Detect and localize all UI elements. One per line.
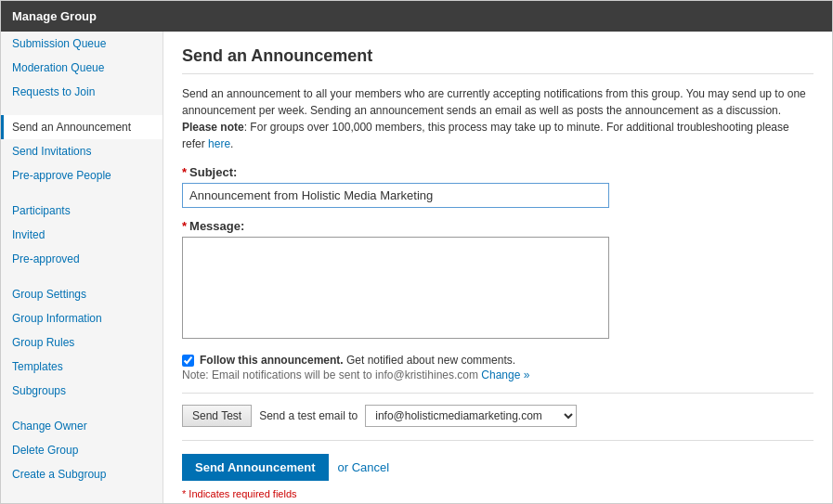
sidebar-divider-3: [1, 271, 163, 282]
sidebar-item-requests-to-join[interactable]: Requests to Join: [1, 80, 163, 104]
sidebar-item-group-rules[interactable]: Group Rules: [1, 330, 163, 355]
subject-label: *Subject:: [182, 165, 813, 179]
sidebar: Submission Queue Moderation Queue Reques…: [1, 32, 163, 503]
test-label: Send a test email to: [259, 409, 358, 422]
sidebar-item-change-owner[interactable]: Change Owner: [1, 414, 163, 438]
sidebar-item-create-subgroup[interactable]: Create a Subgroup: [1, 462, 163, 486]
page-title: Send an Announcement: [182, 46, 813, 74]
sidebar-item-group-settings[interactable]: Group Settings: [1, 282, 163, 306]
header-title: Manage Group: [12, 9, 97, 23]
sidebar-item-send-invitations[interactable]: Send Invitations: [1, 139, 163, 163]
follow-content: Follow this announcement. Get notified a…: [182, 353, 529, 381]
description: Send an announcement to all your members…: [182, 85, 813, 152]
sidebar-item-pre-approve-people[interactable]: Pre-approve People: [1, 163, 163, 187]
change-link[interactable]: Change »: [481, 368, 529, 381]
test-section: Send Test Send a test email to info@holi…: [182, 405, 813, 441]
required-star-subject: *: [182, 165, 187, 179]
action-section: Send Announcement or Cancel: [182, 454, 813, 481]
sidebar-item-submission-queue[interactable]: Submission Queue: [1, 32, 163, 56]
sidebar-item-participants[interactable]: Participants: [1, 199, 163, 223]
follow-label: Follow this announcement. Get notified a…: [200, 354, 515, 367]
description-note: Please note: [182, 121, 244, 134]
send-announcement-button[interactable]: Send Announcement: [182, 454, 329, 481]
message-label: *Message:: [182, 219, 813, 233]
subject-input[interactable]: [182, 183, 609, 208]
sidebar-item-templates[interactable]: Templates: [1, 355, 163, 379]
sidebar-item-delete-group[interactable]: Delete Group: [1, 438, 163, 462]
sidebar-divider-1: [1, 104, 163, 115]
message-group: *Message:: [182, 219, 813, 342]
sidebar-divider-4: [1, 403, 163, 414]
message-textarea[interactable]: [182, 237, 609, 339]
sidebar-item-group-information[interactable]: Group Information: [1, 306, 163, 330]
sidebar-item-send-announcement[interactable]: Send an Announcement: [1, 115, 163, 139]
follow-checkbox[interactable]: [182, 355, 194, 367]
cancel-link[interactable]: or Cancel: [338, 460, 390, 474]
manage-group-header: Manage Group: [1, 1, 832, 32]
sidebar-item-invited[interactable]: Invited: [1, 223, 163, 247]
subject-group: *Subject:: [182, 165, 813, 208]
required-note: * Indicates required fields: [182, 488, 813, 499]
content-area: Send an Announcement Send an announcemen…: [163, 32, 832, 503]
sidebar-item-subgroups[interactable]: Subgroups: [1, 379, 163, 403]
test-email-select[interactable]: info@holisticmediamarketing.com: [365, 405, 577, 427]
here-link[interactable]: here: [208, 137, 230, 150]
main-layout: Submission Queue Moderation Queue Reques…: [1, 32, 832, 503]
sidebar-item-pre-approved[interactable]: Pre-approved: [1, 247, 163, 271]
follow-note: Note: Email notifications will be sent t…: [182, 368, 529, 381]
sidebar-item-moderation-queue[interactable]: Moderation Queue: [1, 56, 163, 80]
send-test-button[interactable]: Send Test: [182, 405, 252, 427]
required-star-message: *: [182, 219, 187, 233]
follow-section: Follow this announcement. Get notified a…: [182, 353, 813, 394]
sidebar-divider-2: [1, 187, 163, 199]
